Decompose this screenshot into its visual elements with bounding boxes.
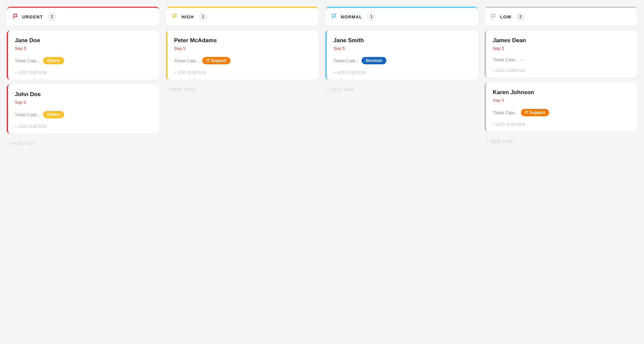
ticket-category-label: Ticket Cate... — [493, 110, 518, 115]
add-subtask-button[interactable]: + ADD SUBTASK — [493, 121, 631, 127]
add-subtask-button[interactable]: + ADD SUBTASK — [15, 123, 153, 129]
ticket-category-label: Ticket Cate... — [333, 58, 359, 63]
column-header-urgent: URGENT2 — [7, 7, 159, 26]
column-header-high: HIGH1 — [166, 7, 319, 26]
card-date: Sep 5 — [493, 46, 631, 51]
new-task-button[interactable]: + NEW TASK — [166, 84, 319, 95]
card-date: Sep 5 — [493, 98, 631, 103]
column-urgent: URGENT2Jane DoeSep 5Ticket Cate...Others… — [7, 7, 159, 149]
ticket-category-tag: IT Support — [521, 109, 549, 116]
card-ticket-row: Ticket Cate...Services — [333, 57, 471, 64]
task-card[interactable]: James DeanSep 5Ticket Cate...–+ ADD SUBT… — [485, 30, 637, 78]
column-count-high: 1 — [199, 12, 207, 21]
new-task-button[interactable]: + NEW TASK — [7, 138, 159, 149]
column-high: HIGH1Peter McAdamsSep 5Ticket Cate...IT … — [166, 7, 319, 149]
add-subtask-button[interactable]: + ADD SUBTASK — [493, 67, 631, 73]
column-header-normal: NORMAL1 — [325, 7, 478, 26]
task-card[interactable]: Peter McAdamsSep 5Ticket Cate...IT Suppo… — [166, 30, 319, 80]
normal-flag-icon — [331, 13, 337, 20]
column-low: LOW2James DeanSep 5Ticket Cate...–+ ADD … — [485, 7, 637, 149]
card-date: Sep 5 — [15, 46, 153, 51]
task-card[interactable]: Jane DoeSep 5Ticket Cate...Others+ ADD S… — [7, 30, 159, 80]
low-flag-icon — [491, 13, 497, 20]
task-card[interactable]: Jane SmithSep 5Ticket Cate...Services+ A… — [325, 30, 478, 80]
card-date: Sep 5 — [15, 100, 153, 105]
ticket-category-tag: Services — [362, 57, 386, 64]
high-flag-icon — [172, 13, 178, 20]
ticket-category-label: Ticket Cate... — [15, 58, 40, 63]
card-person-name: Jane Smith — [333, 37, 471, 44]
ticket-category-label: Ticket Cate... — [493, 57, 518, 62]
column-count-low: 2 — [516, 12, 525, 21]
add-subtask-button[interactable]: + ADD SUBTASK — [15, 69, 153, 75]
column-count-urgent: 2 — [48, 12, 56, 21]
kanban-board: URGENT2Jane DoeSep 5Ticket Cate...Others… — [7, 7, 637, 149]
ticket-category-label: Ticket Cate... — [174, 58, 200, 63]
urgent-flag-icon — [13, 13, 19, 20]
add-subtask-button[interactable]: + ADD SUBTASK — [174, 69, 312, 75]
ticket-category-tag: Others — [43, 57, 64, 64]
card-person-name: Jane Doe — [15, 37, 153, 44]
card-ticket-row: Ticket Cate...IT Support — [493, 109, 631, 116]
ticket-category-tag: Others — [43, 111, 64, 118]
column-title-urgent: URGENT — [22, 14, 43, 19]
card-ticket-row: Ticket Cate...Others — [15, 57, 153, 64]
column-header-low: LOW2 — [485, 7, 637, 26]
card-date: Sep 5 — [333, 46, 471, 51]
column-title-low: LOW — [500, 14, 512, 19]
task-card[interactable]: John DoeSep 5Ticket Cate...Others+ ADD S… — [7, 84, 159, 134]
card-ticket-row: Ticket Cate...Others — [15, 111, 153, 118]
card-ticket-row: Ticket Cate...IT Support — [174, 57, 312, 64]
ticket-category-label: Ticket Cate... — [15, 112, 40, 117]
card-person-name: Peter McAdams — [174, 37, 312, 44]
column-title-normal: NORMAL — [341, 14, 362, 19]
task-card[interactable]: Karen JohnsonSep 5Ticket Cate...IT Suppo… — [485, 82, 637, 132]
ticket-category-tag: IT Support — [202, 57, 230, 64]
card-person-name: James Dean — [493, 37, 631, 44]
card-person-name: Karen Johnson — [493, 89, 631, 96]
card-ticket-row: Ticket Cate...– — [493, 57, 631, 62]
tag-empty: – — [521, 57, 524, 62]
column-title-high: HIGH — [181, 14, 194, 19]
new-task-button[interactable]: + NEW TASK — [325, 84, 478, 95]
column-normal: NORMAL1Jane SmithSep 5Ticket Cate...Serv… — [325, 7, 478, 149]
column-count-normal: 1 — [367, 12, 376, 21]
card-person-name: John Doe — [15, 91, 153, 98]
new-task-button[interactable]: + NEW TASK — [485, 136, 637, 147]
card-date: Sep 5 — [174, 46, 312, 51]
add-subtask-button[interactable]: + ADD SUBTASK — [333, 69, 471, 75]
